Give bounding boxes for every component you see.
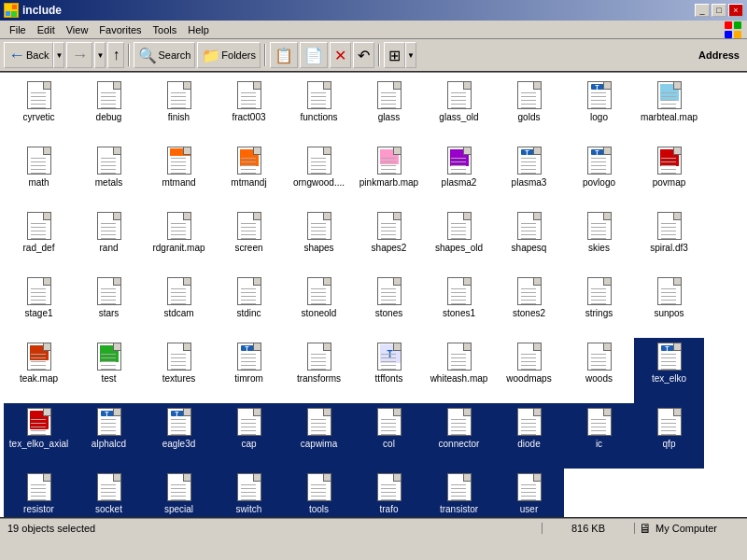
file-item[interactable]: trafo xyxy=(354,469,424,517)
menu-edit[interactable]: Edit xyxy=(32,22,61,37)
forward-dropdown[interactable]: ▼ xyxy=(94,42,106,68)
file-item[interactable]: fract003 xyxy=(214,77,284,142)
file-item[interactable]: Tplasma3 xyxy=(494,142,564,207)
file-item[interactable]: povmap xyxy=(634,142,704,207)
file-item[interactable]: stones xyxy=(354,273,424,338)
file-item[interactable]: sunpos xyxy=(634,273,704,338)
file-item[interactable]: strings xyxy=(564,273,634,338)
file-item[interactable]: orngwood.... xyxy=(284,142,354,207)
copy-button[interactable]: 📄 xyxy=(300,42,328,68)
svg-rect-5 xyxy=(734,21,741,29)
file-item[interactable]: Tttffonts xyxy=(354,338,424,403)
file-item[interactable]: rdgranit.map xyxy=(144,207,214,273)
file-item[interactable]: ic xyxy=(564,403,634,469)
file-item[interactable]: glass_old xyxy=(424,77,494,142)
file-item[interactable]: transforms xyxy=(284,338,354,403)
file-item[interactable]: Teagle3d xyxy=(144,403,214,469)
file-item[interactable]: connector xyxy=(424,403,494,469)
file-item[interactable]: debug xyxy=(74,77,144,142)
file-item[interactable]: special xyxy=(144,469,214,517)
file-item[interactable]: spiral.df3 xyxy=(634,207,704,273)
file-item[interactable]: math xyxy=(4,142,74,207)
file-item[interactable]: capwima xyxy=(284,403,354,469)
file-item[interactable]: cyrvetic xyxy=(4,77,74,142)
file-item[interactable]: teak.map xyxy=(4,338,74,403)
search-button[interactable]: 🔍 Search xyxy=(134,42,195,68)
file-icon-wrapper xyxy=(304,211,334,241)
file-icon-wrapper xyxy=(234,472,264,502)
file-icon xyxy=(444,276,474,306)
file-item[interactable]: screen xyxy=(214,207,284,273)
file-item[interactable]: shapesq xyxy=(494,207,564,273)
file-item[interactable]: metals xyxy=(74,142,144,207)
maximize-button[interactable]: □ xyxy=(712,4,726,17)
file-item[interactable]: qfp xyxy=(634,403,704,469)
file-item[interactable]: glass xyxy=(354,77,424,142)
file-item[interactable]: marbteal.map xyxy=(634,77,704,142)
menu-help[interactable]: Help xyxy=(182,22,215,37)
file-item[interactable]: stdinc xyxy=(214,273,284,338)
file-item[interactable]: stdcam xyxy=(144,273,214,338)
menu-view[interactable]: View xyxy=(61,22,94,37)
file-item[interactable]: woodmaps xyxy=(494,338,564,403)
file-item[interactable]: functions xyxy=(284,77,354,142)
undo-button[interactable]: ↶ xyxy=(353,42,374,68)
file-item[interactable]: col xyxy=(354,403,424,469)
back-dropdown[interactable]: ▼ xyxy=(53,42,64,68)
folders-button[interactable]: 📁 Folders xyxy=(197,42,261,68)
menu-tools[interactable]: Tools xyxy=(148,22,183,37)
minimize-button[interactable]: _ xyxy=(695,4,710,17)
file-item[interactable]: shapes xyxy=(284,207,354,273)
forward-button[interactable]: → xyxy=(66,42,92,68)
menu-favorites[interactable]: Favorites xyxy=(93,22,147,37)
file-item[interactable]: stage1 xyxy=(4,273,74,338)
file-item[interactable]: stoneold xyxy=(284,273,354,338)
file-item[interactable]: Tpovlogo xyxy=(564,142,634,207)
file-item[interactable]: diode xyxy=(494,403,564,469)
file-icon-wrapper xyxy=(585,342,614,371)
file-item[interactable]: mtmandj xyxy=(214,142,284,207)
toolbar: ← Back ▼ → ▼ ↑ 🔍 Search 📁 Folders 📋 📄 ✕ … xyxy=(0,39,747,73)
views-dropdown[interactable]: ▼ xyxy=(405,42,416,68)
file-item[interactable]: transistor xyxy=(424,469,494,517)
file-item[interactable]: stones1 xyxy=(424,273,494,338)
file-list[interactable]: cyrveticdebugfinishfract003functionsglas… xyxy=(0,73,747,517)
menu-file[interactable]: File xyxy=(4,22,32,37)
file-item[interactable]: rand xyxy=(74,207,144,273)
file-icon xyxy=(304,211,334,241)
file-item[interactable]: tools xyxy=(284,469,354,517)
move-button[interactable]: 📋 xyxy=(270,42,298,68)
file-item[interactable]: finish xyxy=(144,77,214,142)
file-item[interactable]: stones2 xyxy=(494,273,564,338)
file-item[interactable]: plasma2 xyxy=(424,142,494,207)
file-item[interactable]: tex_elko_axial xyxy=(4,403,74,469)
file-item[interactable]: skies xyxy=(564,207,634,273)
file-icon xyxy=(374,407,404,437)
file-item[interactable]: resistor xyxy=(4,469,74,517)
file-item[interactable]: textures xyxy=(144,338,214,403)
file-icon-wrapper xyxy=(444,276,474,306)
file-item[interactable]: Ttex_elko xyxy=(634,338,704,403)
file-item[interactable]: shapes2 xyxy=(354,207,424,273)
file-item[interactable]: golds xyxy=(494,77,564,142)
file-item[interactable]: Tlogo xyxy=(564,77,634,142)
file-item[interactable]: user xyxy=(494,469,564,517)
file-item[interactable]: whiteash.map xyxy=(424,338,494,403)
back-button[interactable]: ← Back xyxy=(4,42,53,68)
file-item[interactable]: woods xyxy=(564,338,634,403)
file-item[interactable]: test xyxy=(74,338,144,403)
file-item[interactable]: socket xyxy=(74,469,144,517)
file-item[interactable]: switch xyxy=(214,469,284,517)
delete-button[interactable]: ✕ xyxy=(330,42,351,68)
file-item[interactable]: pinkmarb.map xyxy=(354,142,424,207)
file-item[interactable]: rad_def xyxy=(4,207,74,273)
file-item[interactable]: cap xyxy=(214,403,284,469)
file-item[interactable]: Talphalcd xyxy=(74,403,144,469)
file-item[interactable]: mtmand xyxy=(144,142,214,207)
views-button[interactable]: ⊞ xyxy=(384,42,405,68)
file-item[interactable]: stars xyxy=(74,273,144,338)
file-item[interactable]: Ttimrom xyxy=(214,338,284,403)
close-button[interactable]: × xyxy=(728,4,743,17)
up-button[interactable]: ↑ xyxy=(107,42,124,68)
file-item[interactable]: shapes_old xyxy=(424,207,494,273)
